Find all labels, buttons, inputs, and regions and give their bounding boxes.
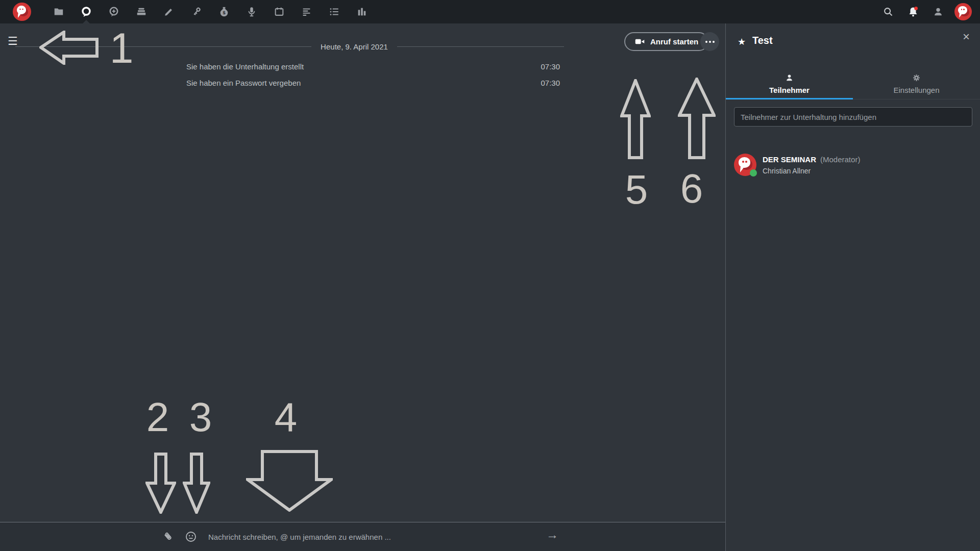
calendar-icon bbox=[274, 6, 285, 17]
message-timestamp: 07:30 bbox=[528, 79, 560, 87]
emoji-picker-button[interactable] bbox=[185, 531, 197, 545]
key-icon bbox=[191, 6, 202, 17]
annotation-arrow-down-2 bbox=[145, 453, 176, 514]
user-menu-button[interactable] bbox=[954, 3, 972, 20]
tab-participants-label: Teilnehmer bbox=[726, 86, 853, 94]
participant-role: (Moderator) bbox=[820, 155, 860, 164]
paperclip-icon bbox=[162, 531, 175, 543]
dots-icon bbox=[705, 41, 707, 43]
close-sidebar-button[interactable]: × bbox=[963, 31, 970, 43]
talk-add-app-button[interactable] bbox=[100, 0, 128, 23]
participant-row[interactable]: DER SEMINAR(Moderator) Christian Allner bbox=[726, 149, 980, 182]
microphone-icon bbox=[246, 6, 257, 17]
annotation-arrow-up-5 bbox=[620, 79, 651, 159]
system-message: Sie haben ein Passwort vergeben bbox=[186, 79, 301, 87]
favorite-star-icon: ★ bbox=[738, 36, 746, 47]
topbar-right-actions bbox=[879, 0, 972, 23]
chat-bubble-icon bbox=[80, 6, 92, 18]
sidebar-tabs: Teilnehmer Einstellungen bbox=[726, 72, 980, 99]
annotation-number-6: 6 bbox=[676, 168, 707, 209]
conversation-sidebar: × ★ Test Teilnehmer Einstellungen bbox=[725, 23, 980, 551]
files-app-button[interactable] bbox=[45, 0, 72, 23]
date-separator-line bbox=[397, 46, 564, 47]
app-logo-icon bbox=[13, 3, 31, 21]
message-input[interactable] bbox=[208, 530, 525, 544]
annotation-number-1: 1 bbox=[106, 27, 137, 69]
message-timestamp: 07:30 bbox=[528, 62, 560, 71]
annotation-arrow-up-6 bbox=[678, 78, 716, 159]
conversation-title: Test bbox=[752, 35, 773, 46]
app-menu: $ bbox=[45, 0, 376, 23]
app-logo-button[interactable] bbox=[13, 3, 31, 21]
date-separator: Heute, 9. April 2021 bbox=[311, 42, 397, 51]
contacts-icon bbox=[933, 6, 944, 17]
analytics-app-button[interactable] bbox=[348, 0, 376, 23]
money-bag-icon: $ bbox=[218, 6, 230, 17]
sidebar-toggle-button[interactable]: ☰ bbox=[8, 36, 18, 47]
active-app-indicator bbox=[83, 20, 90, 23]
deck-app-button[interactable] bbox=[128, 0, 155, 23]
start-call-label: Anruf starten bbox=[650, 37, 698, 46]
participants-icon bbox=[785, 73, 794, 82]
passwords-app-button[interactable] bbox=[183, 0, 210, 23]
smiley-icon bbox=[185, 531, 197, 543]
annotation-arrow-down-4 bbox=[246, 450, 333, 512]
user-avatar bbox=[954, 3, 972, 20]
tab-settings-label: Einstellungen bbox=[853, 86, 980, 94]
app-window: $ bbox=[0, 0, 980, 551]
annotation-arrow-down-3 bbox=[183, 453, 210, 514]
top-navigation-bar: $ bbox=[0, 0, 980, 23]
start-call-button[interactable]: Anruf starten bbox=[624, 32, 708, 51]
bell-icon bbox=[907, 6, 919, 18]
send-message-button[interactable]: → bbox=[546, 529, 558, 541]
notes-app-button[interactable] bbox=[155, 0, 183, 23]
text-lines-icon bbox=[301, 6, 312, 17]
dictation-app-button[interactable] bbox=[238, 0, 265, 23]
money-app-button[interactable]: $ bbox=[210, 0, 238, 23]
pencil-icon bbox=[163, 6, 175, 17]
annotation-number-3: 3 bbox=[185, 397, 216, 438]
participant-name: DER SEMINAR bbox=[763, 155, 816, 164]
announcements-app-button[interactable] bbox=[293, 0, 321, 23]
online-status-badge bbox=[750, 169, 757, 177]
video-camera-icon bbox=[634, 36, 645, 47]
tab-settings[interactable]: Einstellungen bbox=[853, 72, 980, 99]
annotation-number-5: 5 bbox=[621, 169, 652, 210]
folder-icon bbox=[53, 6, 64, 17]
contacts-button[interactable] bbox=[929, 3, 947, 20]
participant-display-name: Christian Allner bbox=[763, 167, 811, 175]
stack-icon bbox=[136, 6, 147, 17]
bullet-list-icon bbox=[329, 6, 340, 17]
search-icon bbox=[883, 6, 894, 17]
unified-search-button[interactable] bbox=[879, 3, 897, 20]
annotation-number-2: 2 bbox=[142, 397, 173, 438]
notifications-button[interactable] bbox=[904, 3, 922, 20]
annotation-arrow-left-1 bbox=[39, 31, 99, 65]
bar-chart-icon bbox=[356, 6, 368, 17]
chat-view: ☰ Heute, 9. April 2021 Anruf starten Sie… bbox=[0, 23, 725, 551]
conversation-menu-button[interactable] bbox=[700, 32, 719, 51]
add-participant-input[interactable] bbox=[734, 107, 972, 127]
svg-text:$: $ bbox=[223, 10, 225, 15]
chat-bubble-plus-icon bbox=[108, 6, 120, 18]
tab-participants[interactable]: Teilnehmer bbox=[726, 72, 853, 99]
tasks-app-button[interactable] bbox=[321, 0, 348, 23]
message-composer: → bbox=[0, 522, 725, 551]
attach-file-button[interactable] bbox=[162, 531, 175, 545]
annotation-number-4: 4 bbox=[271, 397, 301, 438]
gear-icon bbox=[912, 73, 921, 82]
notification-badge bbox=[914, 7, 918, 10]
calendar-app-button[interactable] bbox=[265, 0, 293, 23]
system-message: Sie haben die Unterhaltung erstellt bbox=[186, 62, 304, 71]
